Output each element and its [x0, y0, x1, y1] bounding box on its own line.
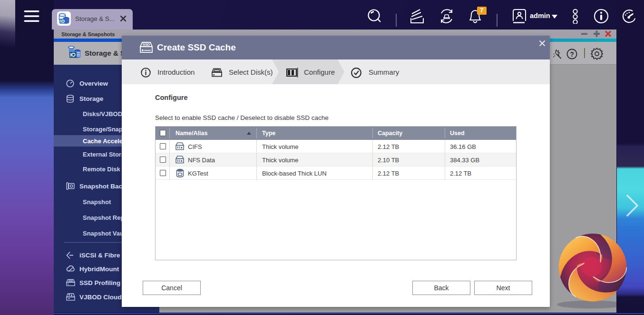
svg-text:?: ?	[570, 50, 574, 58]
svg-text:SSD: SSD	[143, 42, 150, 47]
svg-text:SSD: SSD	[68, 280, 73, 282]
